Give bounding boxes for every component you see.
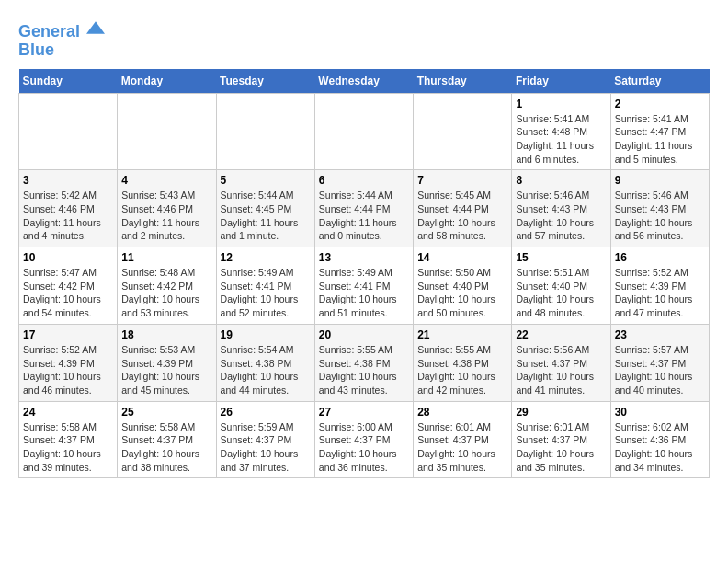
day-info: Sunrise: 5:58 AM Sunset: 4:37 PM Dayligh…: [121, 420, 211, 475]
day-number: 11: [121, 251, 211, 264]
calendar-cell: 23Sunrise: 5:57 AM Sunset: 4:37 PM Dayli…: [610, 324, 709, 401]
day-info: Sunrise: 5:45 AM Sunset: 4:44 PM Dayligh…: [417, 189, 507, 243]
day-number: 15: [516, 251, 606, 264]
day-info: Sunrise: 5:55 AM Sunset: 4:38 PM Dayligh…: [417, 343, 507, 397]
day-number: 23: [615, 328, 705, 341]
calendar-cell: [414, 93, 512, 170]
day-number: 13: [319, 251, 409, 264]
day-number: 7: [417, 174, 507, 187]
day-info: Sunrise: 5:57 AM Sunset: 4:37 PM Dayligh…: [615, 343, 705, 397]
day-number: 18: [121, 328, 211, 341]
day-info: Sunrise: 5:47 AM Sunset: 4:42 PM Dayligh…: [23, 266, 113, 320]
day-number: 20: [319, 328, 409, 341]
day-info: Sunrise: 5:49 AM Sunset: 4:41 PM Dayligh…: [319, 266, 409, 320]
weekday-header-row: SundayMondayTuesdayWednesdayThursdayFrid…: [19, 69, 710, 94]
calendar-week-row: 3Sunrise: 5:42 AM Sunset: 4:46 PM Daylig…: [19, 170, 710, 247]
day-info: Sunrise: 5:48 AM Sunset: 4:42 PM Dayligh…: [121, 266, 211, 320]
day-number: 9: [615, 174, 705, 187]
day-info: Sunrise: 6:01 AM Sunset: 4:37 PM Dayligh…: [417, 420, 507, 475]
calendar-cell: 11Sunrise: 5:48 AM Sunset: 4:42 PM Dayli…: [118, 247, 216, 325]
day-number: 28: [417, 406, 507, 419]
calendar-cell: 25Sunrise: 5:58 AM Sunset: 4:37 PM Dayli…: [118, 401, 216, 478]
page-header: General Blue: [18, 18, 710, 60]
calendar-week-row: 1Sunrise: 5:41 AM Sunset: 4:48 PM Daylig…: [19, 93, 710, 170]
day-number: 1: [516, 98, 606, 110]
day-info: Sunrise: 5:58 AM Sunset: 4:37 PM Dayligh…: [23, 420, 113, 475]
day-info: Sunrise: 5:43 AM Sunset: 4:46 PM Dayligh…: [121, 189, 211, 243]
day-info: Sunrise: 5:49 AM Sunset: 4:41 PM Dayligh…: [221, 266, 311, 320]
calendar-cell: 27Sunrise: 6:00 AM Sunset: 4:37 PM Dayli…: [314, 401, 413, 478]
day-info: Sunrise: 5:41 AM Sunset: 4:48 PM Dayligh…: [516, 112, 606, 167]
calendar-cell: 6Sunrise: 5:44 AM Sunset: 4:44 PM Daylig…: [314, 170, 413, 247]
weekday-header-friday: Friday: [512, 69, 610, 94]
calendar-cell: 5Sunrise: 5:44 AM Sunset: 4:45 PM Daylig…: [216, 170, 314, 247]
calendar-cell: 16Sunrise: 5:52 AM Sunset: 4:39 PM Dayli…: [610, 247, 709, 325]
day-info: Sunrise: 5:46 AM Sunset: 4:43 PM Dayligh…: [516, 189, 606, 243]
calendar-table: SundayMondayTuesdayWednesdayThursdayFrid…: [18, 69, 710, 479]
calendar-cell: 15Sunrise: 5:51 AM Sunset: 4:40 PM Dayli…: [512, 247, 610, 325]
day-number: 6: [319, 174, 409, 187]
day-number: 8: [516, 174, 606, 187]
calendar-week-row: 10Sunrise: 5:47 AM Sunset: 4:42 PM Dayli…: [19, 247, 710, 325]
day-number: 12: [221, 251, 311, 264]
calendar-cell: [19, 93, 118, 170]
weekday-header-tuesday: Tuesday: [216, 69, 314, 94]
calendar-week-row: 24Sunrise: 5:58 AM Sunset: 4:37 PM Dayli…: [19, 401, 710, 478]
weekday-header-sunday: Sunday: [19, 69, 118, 94]
calendar-cell: 20Sunrise: 5:55 AM Sunset: 4:38 PM Dayli…: [314, 324, 413, 401]
weekday-header-thursday: Thursday: [414, 69, 512, 94]
calendar-cell: 7Sunrise: 5:45 AM Sunset: 4:44 PM Daylig…: [414, 170, 512, 247]
day-info: Sunrise: 6:00 AM Sunset: 4:37 PM Dayligh…: [319, 420, 409, 475]
calendar-cell: 22Sunrise: 5:56 AM Sunset: 4:37 PM Dayli…: [512, 324, 610, 401]
calendar-cell: 9Sunrise: 5:46 AM Sunset: 4:43 PM Daylig…: [610, 170, 709, 247]
calendar-cell: 29Sunrise: 6:01 AM Sunset: 4:37 PM Dayli…: [512, 401, 610, 478]
day-info: Sunrise: 5:59 AM Sunset: 4:37 PM Dayligh…: [221, 420, 311, 475]
day-number: 21: [417, 328, 507, 341]
logo: General Blue: [18, 18, 105, 60]
day-info: Sunrise: 5:46 AM Sunset: 4:43 PM Dayligh…: [615, 189, 705, 243]
day-info: Sunrise: 5:51 AM Sunset: 4:40 PM Dayligh…: [516, 266, 606, 320]
day-info: Sunrise: 5:52 AM Sunset: 4:39 PM Dayligh…: [615, 266, 705, 320]
svg-marker-0: [86, 21, 105, 33]
logo-general: General: [18, 22, 80, 40]
day-info: Sunrise: 5:44 AM Sunset: 4:44 PM Dayligh…: [319, 189, 409, 243]
calendar-cell: 14Sunrise: 5:50 AM Sunset: 4:40 PM Dayli…: [414, 247, 512, 325]
day-number: 4: [121, 174, 211, 187]
day-number: 10: [23, 251, 113, 264]
day-info: Sunrise: 5:56 AM Sunset: 4:37 PM Dayligh…: [516, 343, 606, 397]
day-number: 5: [221, 174, 311, 187]
logo-icon: [86, 18, 105, 37]
logo-text: General: [18, 18, 105, 41]
calendar-cell: 2Sunrise: 5:41 AM Sunset: 4:47 PM Daylig…: [610, 93, 709, 170]
day-number: 14: [417, 251, 507, 264]
day-number: 22: [516, 328, 606, 341]
day-info: Sunrise: 5:42 AM Sunset: 4:46 PM Dayligh…: [23, 189, 113, 243]
calendar-cell: 13Sunrise: 5:49 AM Sunset: 4:41 PM Dayli…: [314, 247, 413, 325]
day-info: Sunrise: 5:54 AM Sunset: 4:38 PM Dayligh…: [221, 343, 311, 397]
calendar-cell: 30Sunrise: 6:02 AM Sunset: 4:36 PM Dayli…: [610, 401, 709, 478]
calendar-week-row: 17Sunrise: 5:52 AM Sunset: 4:39 PM Dayli…: [19, 324, 710, 401]
calendar-cell: [314, 93, 413, 170]
day-number: 19: [221, 328, 311, 341]
day-number: 2: [615, 98, 705, 110]
day-number: 30: [615, 406, 705, 419]
calendar-cell: 4Sunrise: 5:43 AM Sunset: 4:46 PM Daylig…: [118, 170, 216, 247]
calendar-cell: 8Sunrise: 5:46 AM Sunset: 4:43 PM Daylig…: [512, 170, 610, 247]
calendar-cell: 26Sunrise: 5:59 AM Sunset: 4:37 PM Dayli…: [216, 401, 314, 478]
weekday-header-wednesday: Wednesday: [314, 69, 413, 94]
day-info: Sunrise: 5:50 AM Sunset: 4:40 PM Dayligh…: [417, 266, 507, 320]
day-info: Sunrise: 5:52 AM Sunset: 4:39 PM Dayligh…: [23, 343, 113, 397]
calendar-cell: [118, 93, 216, 170]
day-number: 27: [319, 406, 409, 419]
day-number: 25: [121, 406, 211, 419]
day-number: 26: [221, 406, 311, 419]
calendar-cell: 28Sunrise: 6:01 AM Sunset: 4:37 PM Dayli…: [414, 401, 512, 478]
day-info: Sunrise: 6:01 AM Sunset: 4:37 PM Dayligh…: [516, 420, 606, 475]
day-info: Sunrise: 5:41 AM Sunset: 4:47 PM Dayligh…: [615, 112, 705, 167]
day-info: Sunrise: 6:02 AM Sunset: 4:36 PM Dayligh…: [615, 420, 705, 475]
day-info: Sunrise: 5:44 AM Sunset: 4:45 PM Dayligh…: [221, 189, 311, 243]
weekday-header-saturday: Saturday: [610, 69, 709, 94]
calendar-cell: 24Sunrise: 5:58 AM Sunset: 4:37 PM Dayli…: [19, 401, 118, 478]
calendar-cell: 21Sunrise: 5:55 AM Sunset: 4:38 PM Dayli…: [414, 324, 512, 401]
day-number: 24: [23, 406, 113, 419]
